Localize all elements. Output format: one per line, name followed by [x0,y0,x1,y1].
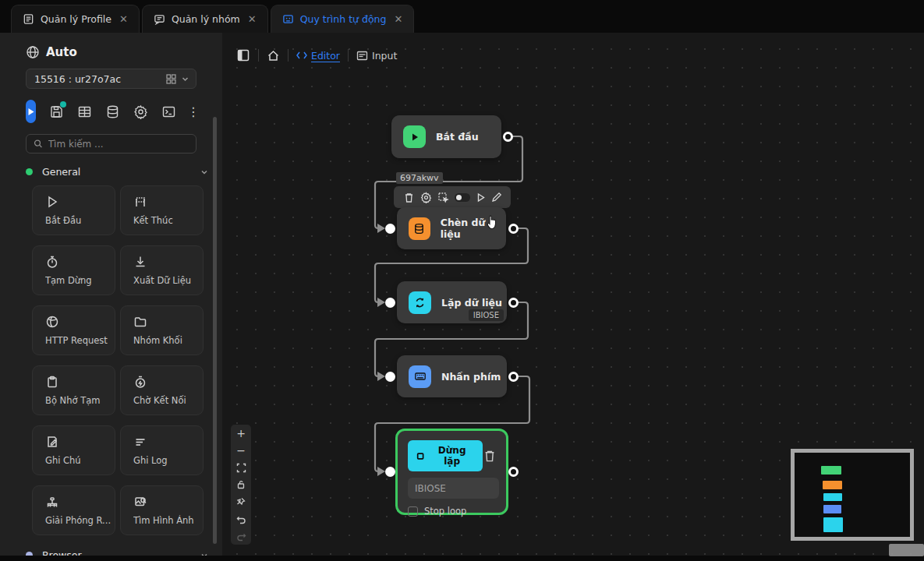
zoom-out-button[interactable]: − [231,442,251,459]
fit-view-button[interactable] [231,459,251,476]
input-tab[interactable]: Input [356,50,397,62]
insert-data-node-icon [409,217,430,240]
minimap-node [823,481,842,489]
minimap[interactable] [791,449,914,541]
block-ghi-log[interactable]: Ghi Log [120,425,204,475]
stop-loop-button[interactable]: Dừng lặp [408,440,483,471]
insert-input-port[interactable] [385,224,395,234]
terminal-button[interactable] [161,104,176,119]
node-insert-data[interactable]: Chèn dữ liệu [397,207,506,249]
block-tam-dung[interactable]: Tạm Dừng [32,245,115,295]
start-output-port[interactable] [503,132,513,142]
section-browser[interactable]: Browser [26,549,209,556]
fit-view-icon [236,463,246,473]
group-tab-icon [154,13,165,25]
pin-button[interactable] [231,493,251,510]
stop-loop-input-port[interactable] [385,467,395,477]
toolbar-separator [288,49,289,62]
tab-close-icon[interactable]: ✕ [118,13,129,25]
node-owner-tag: IBIOSE [469,309,504,321]
section-general[interactable]: General [26,166,209,178]
unlock-icon [236,480,246,489]
start-node-icon [403,125,426,148]
delete-node-button[interactable] [483,449,497,463]
broom-icon [45,495,59,509]
run-node-button[interactable] [476,192,486,203]
canvas-toolbar: Editor Input [236,48,397,62]
table-button[interactable] [77,104,92,119]
undo-button[interactable] [231,510,251,527]
node-stop-loop-selected[interactable]: Dừng lặp Stop loop [395,429,508,515]
trash-icon [403,192,415,203]
zoom-level-badge [889,544,924,556]
toolbar-separator [258,49,259,62]
block-palette: Bắt Đầu Kết Thúc Tạm Dừng Xuất Dữ Liệu H… [32,185,222,535]
keyboard-icon [414,370,427,383]
terminal-icon [161,104,176,119]
delete-node-button[interactable] [403,192,415,203]
loop-output-port[interactable] [508,298,519,308]
tab-label: Quản lý nhóm [172,13,240,25]
clipboard-icon [45,375,59,389]
block-http-request[interactable]: HTTP Request [32,305,115,355]
settings-button[interactable] [133,104,148,119]
block-ket-thuc[interactable]: Kết Thúc [120,185,204,235]
insert-output-port[interactable] [508,224,519,234]
stop-loop-checkbox-row[interactable]: Stop loop [408,506,497,517]
database-icon [413,223,425,235]
press-key-input-port[interactable] [385,372,395,382]
tab-group-manager[interactable]: Quản lý nhóm ✕ [142,5,268,33]
select-area-button[interactable] [437,192,449,203]
stop-loop-output-port[interactable] [508,467,519,477]
save-button[interactable] [49,104,64,119]
block-nhom-khoi[interactable]: Nhóm Khối [120,305,204,355]
app-window: Quản lý Profile ✕ Quản lý nhóm ✕ Quy trì… [0,0,924,561]
block-bat-dau[interactable]: Bắt Đầu [32,185,115,235]
lock-button[interactable] [231,476,251,493]
database-button[interactable] [105,104,120,119]
block-xuat-du-lieu[interactable]: Xuất Dữ Liệu [120,245,204,295]
edit-node-button[interactable] [491,192,502,203]
node-enabled-toggle[interactable] [455,193,470,202]
node-settings-button[interactable] [420,192,432,203]
redo-button[interactable] [231,527,251,545]
loop-icon [414,297,426,309]
search-box [26,134,196,153]
node-start[interactable]: Bắt đầu [391,115,501,158]
block-bo-nho-tam[interactable]: Bộ Nhớ Tạm [32,365,115,415]
editor-tab[interactable]: Editor [296,50,340,62]
loop-input-port[interactable] [385,298,395,308]
flow-canvas[interactable]: Editor Input [222,33,924,556]
sidebar-scrollbar[interactable] [213,117,217,544]
loop-node-icon [409,291,431,314]
tab-close-icon[interactable]: ✕ [246,13,258,25]
home-button[interactable] [267,49,280,62]
block-tim-hinh-anh[interactable]: Tìm Hình Ảnh [120,485,204,535]
node-press-key[interactable]: Nhấn phím [397,355,507,397]
more-options-button[interactable]: ⋮ [189,104,197,119]
section-name: Browser [42,549,82,556]
home-icon [267,49,280,62]
section-name: General [42,166,80,178]
tab-close-icon[interactable]: ✕ [392,13,404,25]
profile-select[interactable]: 15516 : ur27o7ac [26,69,196,89]
checkbox[interactable] [408,506,418,517]
search-input[interactable] [48,139,189,150]
stop-loop-target-input[interactable] [408,478,499,499]
press-key-output-port[interactable] [508,372,519,382]
block-giai-phong-ram[interactable]: Giải Phóng R... [32,485,115,535]
pin-icon [236,497,246,506]
tab-automation[interactable]: Quy trình tự động ✕ [271,5,415,33]
panel-toggle-button[interactable] [236,48,250,62]
block-ghi-chu[interactable]: Ghi Chú [32,425,115,475]
node-action-toolbar [394,186,511,208]
block-cho-ket-noi[interactable]: Chờ Kết Nối [120,365,204,415]
run-button[interactable] [26,100,36,123]
search-icon [34,139,43,149]
chevron-down-icon [200,168,209,177]
tab-profile-manager[interactable]: Quản lý Profile ✕ [11,5,140,33]
edge-arrowhead [377,224,385,233]
log-icon [133,435,147,449]
node-loop-data[interactable]: Lặp dữ liệu IBIOSE [397,281,507,323]
zoom-in-button[interactable]: + [231,425,251,442]
